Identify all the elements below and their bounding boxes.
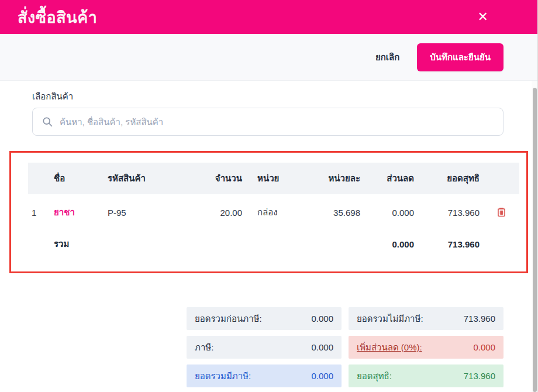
col-header-index — [28, 163, 50, 194]
summary-left-column: ยอดรวมก่อนภาษี: 0.000 ภาษี: 0.000 ยอดรวม… — [187, 307, 342, 387]
items-table-header-row: ชื่อ รหัสสินค้า จำนวน หน่วย หน่วยละ ส่วน… — [28, 163, 519, 194]
close-icon: ✕ — [478, 9, 488, 24]
summary-tax: ภาษี: 0.000 — [187, 336, 342, 359]
total-label: รวม — [50, 231, 104, 257]
col-header-discount: ส่วนลด — [364, 163, 418, 194]
add-discount-link[interactable]: เพิ่มส่วนลด (0%): — [357, 341, 422, 355]
product-picker: เลือกสินค้า — [32, 90, 503, 136]
table-total-row: รวม 0.000 713.960 — [28, 231, 519, 257]
product-code: P-95 — [104, 194, 198, 231]
summary-value: 713.960 — [464, 314, 495, 324]
cancel-button[interactable]: ยกเลิก — [375, 50, 399, 64]
row-index: 1 — [28, 194, 50, 231]
table-row: 1 ยาชา P-95 20.00 กล่อง 35.698 0.000 713… — [28, 194, 519, 231]
product-search — [32, 108, 503, 136]
trash-icon — [496, 206, 507, 218]
summary-pre-tax-total: ยอดรวมก่อนภาษี: 0.000 — [187, 307, 342, 330]
product-search-input[interactable] — [32, 108, 503, 136]
product-qty: 20.00 — [198, 194, 246, 231]
summary-right-column: ยอดรวมไม่มีภาษี: 713.960 เพิ่มส่วนลด (0%… — [349, 307, 503, 387]
product-discount: 0.000 — [364, 194, 418, 231]
product-net: 713.960 — [418, 194, 483, 231]
delete-row-button[interactable] — [495, 205, 508, 221]
product-picker-label: เลือกสินค้า — [32, 90, 503, 104]
col-header-actions — [483, 163, 519, 194]
summary-value: 0.000 — [473, 342, 495, 352]
search-icon — [42, 116, 53, 128]
modal-title: สั่งซื้อสินค้า — [18, 5, 97, 30]
purchase-order-modal: สั่งซื้อสินค้า ✕ ยกเลิก บันทึกและยืนยัน … — [0, 0, 538, 392]
product-name-link[interactable]: ยาชา — [54, 207, 75, 217]
col-header-code: รหัสสินค้า — [104, 163, 198, 194]
summary-label: ยอดรวมมีภาษี: — [195, 369, 251, 383]
col-header-unit: หน่วย — [246, 163, 295, 194]
summary-value: 0.000 — [311, 314, 333, 324]
items-table-highlight-box: ชื่อ รหัสสินค้า จำนวน หน่วย หน่วยละ ส่วน… — [9, 151, 528, 273]
summary-label: ยอดรวมก่อนภาษี: — [195, 312, 262, 326]
col-header-qty: จำนวน — [198, 163, 246, 194]
total-discount: 0.000 — [364, 231, 418, 257]
modal-header: สั่งซื้อสินค้า ✕ — [0, 0, 537, 34]
summary-total-no-tax: ยอดรวมไม่มีภาษี: 713.960 — [349, 307, 503, 330]
summary-net-total: ยอดสุทธิ: 713.960 — [349, 365, 503, 387]
summary-add-discount: เพิ่มส่วนลด (0%): 0.000 — [349, 336, 503, 359]
summary-label: ยอดสุทธิ: — [357, 369, 392, 383]
summary-label: ยอดรวมไม่มีภาษี: — [357, 312, 423, 326]
items-table: ชื่อ รหัสสินค้า จำนวน หน่วย หน่วยละ ส่วน… — [28, 163, 519, 257]
totals-summary: ยอดรวมก่อนภาษี: 0.000 ภาษี: 0.000 ยอดรวม… — [0, 307, 503, 387]
summary-label: ภาษี: — [195, 341, 213, 355]
summary-total-with-tax: ยอดรวมมีภาษี: 0.000 — [187, 365, 342, 387]
close-button[interactable]: ✕ — [473, 8, 493, 26]
summary-value: 713.960 — [464, 371, 495, 381]
save-confirm-button[interactable]: บันทึกและยืนยัน — [417, 43, 503, 71]
total-net: 713.960 — [418, 231, 483, 257]
col-header-name: ชื่อ — [50, 163, 104, 194]
summary-value: 0.000 — [311, 342, 333, 352]
summary-value: 0.000 — [311, 371, 333, 381]
scrollbar-thumb[interactable] — [533, 88, 537, 392]
col-header-unit-price: หน่วยละ — [295, 163, 364, 194]
product-unit-price: 35.698 — [295, 194, 364, 231]
col-header-net: ยอดสุทธิ — [418, 163, 483, 194]
action-bar: ยกเลิก บันทึกและยืนยัน — [0, 34, 537, 81]
product-unit: กล่อง — [246, 194, 295, 231]
